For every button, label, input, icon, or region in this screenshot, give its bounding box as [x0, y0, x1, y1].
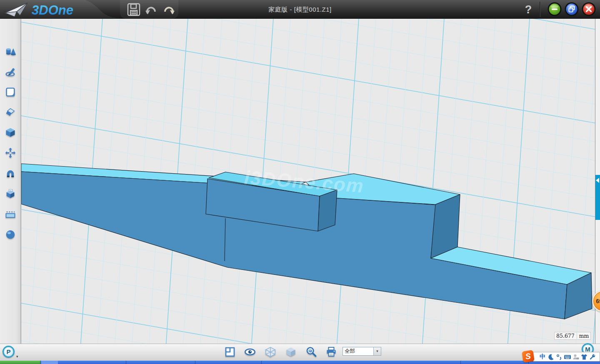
profile-letter: P: [6, 348, 10, 355]
taskbar[interactable]: [0, 361, 600, 364]
primitive-solids-button[interactable]: [5, 45, 16, 57]
ime-sogou-logo[interactable]: S: [522, 350, 534, 362]
shaded-view-button[interactable]: [285, 346, 297, 358]
profile-badge[interactable]: P: [2, 346, 15, 358]
bottom-toolbar: [0, 344, 600, 361]
filter-value: 全部: [343, 347, 373, 355]
grid-line: [21, 78, 595, 180]
minimize-icon: [552, 9, 558, 10]
edit-sketch-button[interactable]: [5, 86, 16, 98]
layout-icon: [226, 348, 234, 356]
measure-icon: [6, 212, 15, 217]
sketch-button[interactable]: [5, 66, 16, 77]
filter-dropdown[interactable]: 全部 ▼: [342, 347, 381, 356]
measurement-unit: mm: [577, 333, 589, 339]
scene-3d[interactable]: i3DOne.com: [21, 19, 595, 344]
taskbar-separator: [195, 361, 195, 364]
shirt-icon: [581, 354, 588, 360]
ime-keyboard-button[interactable]: [564, 353, 571, 361]
visibility-button[interactable]: [244, 346, 256, 358]
grid-line: [21, 19, 595, 48]
ime-fullhalf-button[interactable]: [547, 353, 555, 361]
eye-icon: [245, 349, 255, 355]
restore-button[interactable]: [564, 2, 579, 17]
chevron-down-icon: ▼: [373, 347, 381, 355]
measure-button[interactable]: [5, 208, 16, 220]
sketch-icon: [6, 68, 15, 76]
notification-count: 69: [596, 298, 600, 304]
titlebar-separator: [540, 2, 540, 17]
help-button[interactable]: ?: [522, 2, 535, 17]
taskbar-separator: [261, 361, 262, 364]
titlebar: 3DOne 家庭版 - [模型001.Z1] ?: [0, 0, 600, 19]
magnet-icon: [7, 170, 14, 177]
ime-settings-button[interactable]: [589, 353, 596, 361]
move-icon: [5, 148, 16, 158]
chevron-left-icon: [596, 178, 599, 183]
wireframe-cube-icon: [266, 347, 275, 357]
ime-user-button[interactable]: [572, 353, 580, 361]
ime-language-button[interactable]: 中: [539, 353, 546, 361]
left-toolbar: [0, 19, 21, 344]
start-button[interactable]: [0, 361, 40, 364]
grid-line: [21, 60, 595, 161]
printer-icon: [327, 347, 336, 356]
special-shapes-icon: [6, 109, 15, 116]
material-render-button[interactable]: [5, 228, 16, 240]
taskbar-separator: [126, 361, 126, 364]
model-face-block-right[interactable]: [318, 190, 337, 231]
keyboard-icon: [564, 354, 571, 360]
taskbar-separator: [460, 361, 461, 364]
grid-line: [21, 19, 595, 86]
profile-caret-icon[interactable]: ▾: [16, 354, 18, 359]
sphere-icon: [6, 230, 15, 239]
wrench-icon: [589, 354, 596, 360]
move-button[interactable]: [5, 147, 16, 159]
grid-line: [21, 41, 595, 142]
primitive-solids-icon: [6, 48, 16, 55]
ime-skin-button[interactable]: [580, 353, 588, 361]
grid-line: [21, 19, 595, 30]
grid-line: [21, 341, 595, 344]
grid-line: [21, 19, 595, 67]
panel-expand-tab[interactable]: [595, 175, 600, 220]
minimize-button[interactable]: [547, 2, 562, 17]
close-button[interactable]: [581, 2, 596, 17]
measurement-value: 85.677: [556, 333, 575, 339]
sogou-letter: S: [525, 352, 532, 362]
punctuation-icon: [556, 354, 562, 360]
window-title: 家庭版 - [模型001.Z1]: [0, 0, 600, 19]
edit-sketch-icon: [7, 88, 15, 96]
features-icon: [6, 128, 15, 137]
zoom-button[interactable]: [305, 346, 317, 358]
magnifier-icon: [307, 348, 315, 356]
ime-toolbar: 中: [532, 352, 600, 362]
grid-line: [21, 22, 595, 123]
viewport-canvas[interactable]: i3DOne.com: [21, 19, 595, 344]
print-button[interactable]: [325, 346, 337, 358]
constraints-button[interactable]: [5, 167, 16, 179]
wireframe-view-button[interactable]: [265, 346, 276, 358]
features-button[interactable]: [5, 127, 16, 138]
combine-icon: [7, 189, 15, 198]
layout-button[interactable]: [224, 346, 236, 358]
combine-button[interactable]: [5, 188, 16, 199]
special-shapes-button[interactable]: [5, 107, 16, 118]
ime-punctuation-button[interactable]: [555, 353, 563, 361]
person-icon: [572, 354, 579, 360]
shaded-cube-icon: [287, 348, 295, 357]
measurement-readout: 85.677 mm: [554, 332, 591, 340]
moon-icon: [548, 354, 554, 360]
taskbar-quicklaunch: [41, 361, 58, 364]
